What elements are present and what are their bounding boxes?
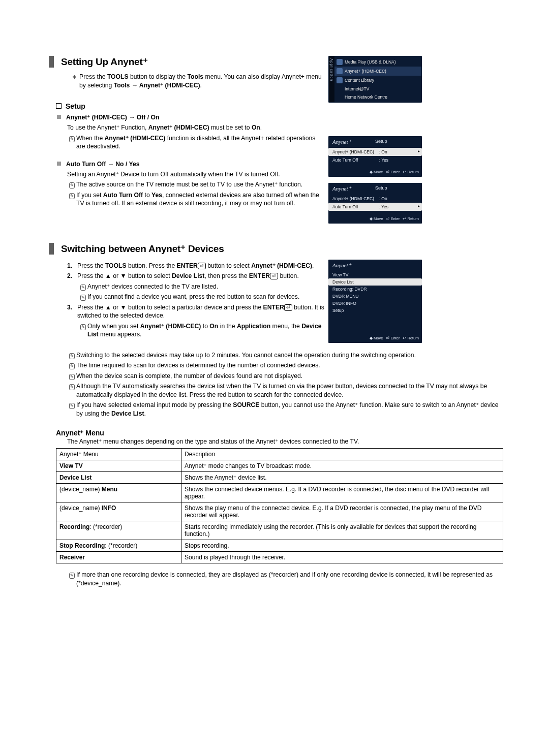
table-header: Anynet⁺ Menu [56,449,181,460]
step-2: Press the ▲ or ▼ button to select Device… [77,272,299,280]
osd-app-item: Home Network Centre [345,94,387,100]
tools-instruction: Press the TOOLS button to display the To… [79,73,325,90]
table-header-row: Anynet⁺ Menu Description [56,449,503,460]
note-icon: ✎ [67,191,76,208]
osd-item: DVDR INFO [328,300,422,307]
step-2-note-1: Anynet⁺ devices connected to the TV are … [87,282,218,291]
note-icon: ✎ [67,571,76,587]
note-icon: ✎ [67,351,76,359]
table-row: (device_name) INFOShows the play menu of… [56,502,503,521]
note-icon: ✎ [67,134,76,151]
menu-intro: The Anynet⁺ menu changes depending on th… [67,438,503,445]
enter-icon: ⏎ [270,273,278,279]
osd-setup-1: Anynet⁺Setup Anynet+ (HDMI-CEC): On Auto… [328,136,422,177]
square-bullet-icon [56,103,62,109]
osd-device-list: Anynet⁺ View TV Device List Recording: D… [328,260,422,343]
note-icon: ✎ [67,382,76,399]
heading-setting-up: Setting Up Anynet⁺ [49,56,325,68]
table-row: (device_name) MenuShows the connected de… [56,484,503,502]
note-auto-off: If you set Auto Turn Off to Yes, connect… [76,191,325,208]
switch-note-4: Although the TV automatically searches t… [76,382,503,399]
note-icon: ✎ [67,361,76,369]
note-icon: ✎ [67,180,76,188]
step-2-note-2: If you cannot find a device you want, pr… [87,293,299,301]
osd-item: Device List [328,278,422,286]
note-icon: ✎ [78,282,87,291]
table-row: ReceiverSound is played through the rece… [56,552,503,563]
osd-app-item: Internet@TV [345,86,369,91]
app-icon [337,59,343,65]
osd-vertical-tab: Application [329,56,334,102]
menu-heading: Anynet⁺ Menu [56,429,503,437]
table-row: View TVAnynet⁺ mode changes to TV broadc… [56,460,503,472]
table-header: Description [181,449,503,460]
square-bullet-icon [57,162,61,166]
note-disabled: When the Anynet⁺ (HDMI-CEC) function is … [76,134,325,151]
option-anynet-desc: To use the Anynet⁺ Function, Anynet⁺ (HD… [56,123,325,132]
app-icon [337,77,343,83]
table-row: Recording: (*recorder)Starts recording i… [56,521,503,540]
option-auto-desc: Setting an Anynet⁺ Device to turn Off au… [56,170,325,178]
step-number: 2. [67,272,77,280]
enter-icon: ⏎ [198,263,206,269]
note-icon: ✎ [67,372,76,380]
heading-switching: Switching between Anynet⁺ Devices [49,243,503,255]
switch-note-5: If you have selected external input mode… [76,401,503,418]
table-row: Device ListShows the Anynet⁺ device list… [56,472,503,484]
osd-item: Recording: DVDR [328,286,422,293]
option-auto-turn-off: Auto Turn Off → No / Yes [66,161,139,168]
osd-item: View TV [328,271,422,278]
step-number: 1. [67,262,77,270]
osd-app-item: Media Play (USB & DLNA) [345,59,396,65]
switch-note-2: The time required to scan for devices is… [76,361,320,369]
menu-footnote: If more than one recording device is con… [76,571,503,587]
osd-application: Application Media Play (USB & DLNA) Anyn… [328,56,422,103]
osd-app-item: Anynet+ (HDMI-CEC) [345,69,386,74]
switch-note-1: Switching to the selected devices may ta… [76,351,416,359]
setup-subheading: Setup [56,102,325,110]
osd-setup-2: Anynet⁺Setup Anynet+ (HDMI-CEC): On Auto… [328,183,422,224]
app-icon [337,68,343,74]
option-anynet-hdmi: Anynet⁺ (HDMI-CEC) → Off / On [66,114,159,121]
tools-icon: ⎆ [69,73,79,81]
osd-app-item: Content Library [345,78,374,83]
step-1: Press the TOOLS button. Press the ENTER⏎… [77,262,314,270]
step-3-note: Only when you set Anynet⁺ (HDMI-CEC) to … [87,322,325,339]
step-number: 3. [67,303,77,320]
note-icon: ✎ [67,401,76,418]
note-icon: ✎ [78,322,87,339]
osd-item: DVDR MENU [328,293,422,300]
table-row: Stop Recording: (*recorder)Stops recordi… [56,540,503,552]
enter-icon: ⏎ [284,304,292,311]
step-3: Press the ▲ or ▼ button to select a part… [77,303,325,320]
note-icon: ✎ [78,293,87,301]
note-active-source: The active source on the TV remote must … [76,180,302,188]
anynet-menu-table: Anynet⁺ Menu Description View TVAnynet⁺ … [56,448,503,563]
osd-item: Setup [328,307,422,314]
square-bullet-icon [57,115,61,119]
switch-note-3: When the device scan is complete, the nu… [76,372,302,380]
